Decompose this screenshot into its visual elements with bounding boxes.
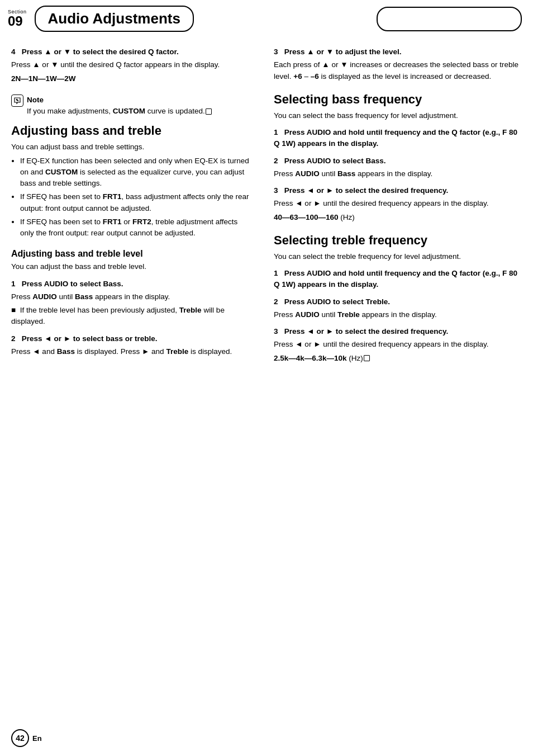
step4-heading: 4 Press ▲ or ▼ to select the desired Q f… xyxy=(11,46,251,58)
s4-step3-heading: 3 Press ◄ or ► to select the desired fre… xyxy=(274,326,522,337)
section4-intro: You can select the treble frequency for … xyxy=(274,251,522,262)
bullet-item-3: If SFEQ has been set to FRT1 or FRT2, tr… xyxy=(20,216,251,239)
page-title: Audio Adjustments xyxy=(48,10,180,27)
s4-step2-body: Press AUDIO until Treble appears in the … xyxy=(274,309,522,320)
s2-step2-body: Press ◄ and Bass is displayed. Press ► a… xyxy=(11,346,251,357)
page-footer: 42 En xyxy=(11,729,42,747)
r-step3-body: Each press of ▲ or ▼ increases or decrea… xyxy=(274,59,522,82)
bullet-item-2: If SFEQ has been set to FRT1, bass adjus… xyxy=(20,191,251,214)
main-content: 4 Press ▲ or ▼ to select the desired Q f… xyxy=(0,35,533,385)
s3-step3-heading: 3 Press ◄ or ► to select the desired fre… xyxy=(274,185,522,196)
section1-title: Adjusting bass and treble xyxy=(11,124,251,138)
section-number: 09 xyxy=(8,15,23,28)
right-column: 3 Press ▲ or ▼ to adjust the level. Each… xyxy=(263,41,522,374)
section1-intro: You can adjust bass and treble settings. xyxy=(11,141,251,153)
note-box: ✎ Note If you make adjustments, CUSTOM c… xyxy=(11,94,251,117)
stop-icon xyxy=(206,108,212,115)
page: Section 09 Audio Adjustments 4 Press ▲ o… xyxy=(0,0,533,756)
section-badge: Section 09 xyxy=(8,10,27,28)
page-number: 42 xyxy=(11,729,29,747)
s4-step3-sequence: 2.5k—4k—6.3k—10k (Hz) xyxy=(274,353,522,364)
s2-step1-body2: ■ If the treble level has been previousl… xyxy=(11,305,251,328)
page-header: Section 09 Audio Adjustments xyxy=(0,0,533,35)
language-label: En xyxy=(32,734,42,743)
treble-freq-section: Selecting treble frequency You can selec… xyxy=(274,233,522,364)
stop-icon-2 xyxy=(364,355,370,361)
r-step3-heading: 3 Press ▲ or ▼ to adjust the level. xyxy=(274,46,522,58)
adjusting-bass-treble-section: Adjusting bass and treble You can adjust… xyxy=(11,124,251,239)
s3-step1-heading: 1 Press AUDIO and hold until frequency a… xyxy=(274,127,522,150)
s4-step1-heading: 1 Press AUDIO and hold until frequency a… xyxy=(274,268,522,291)
section2-title: Adjusting bass and treble level xyxy=(11,249,251,259)
step4-block: 4 Press ▲ or ▼ to select the desired Q f… xyxy=(11,46,251,84)
title-box: Audio Adjustments xyxy=(35,6,194,32)
step4-body: Press ▲ or ▼ until the desired Q factor … xyxy=(11,59,251,70)
bass-freq-section: Selecting bass frequency You can select … xyxy=(274,92,522,223)
note-title: Note xyxy=(27,96,44,104)
header-right-box xyxy=(377,7,522,31)
section2-intro: You can adjust the bass and treble level… xyxy=(11,261,251,272)
section3-intro: You can select the bass frequency for le… xyxy=(274,110,522,121)
s2-step2-heading: 2 Press ◄ or ► to select bass or treble. xyxy=(11,333,251,344)
section4-title: Selecting treble frequency xyxy=(274,233,522,248)
section3-title: Selecting bass frequency xyxy=(274,92,522,107)
note-icon: ✎ xyxy=(11,94,23,107)
note-content: Note If you make adjustments, CUSTOM cur… xyxy=(27,94,212,117)
s2-step1-body1: Press AUDIO until Bass appears in the di… xyxy=(11,291,251,303)
r-step3-block: 3 Press ▲ or ▼ to adjust the level. Each… xyxy=(274,46,522,82)
bullet-list: If EQ-EX function has been selected and … xyxy=(20,155,251,239)
s3-step2-heading: 2 Press AUDIO to select Bass. xyxy=(274,155,522,167)
adjusting-level-section: Adjusting bass and treble level You can … xyxy=(11,249,251,357)
left-column: 4 Press ▲ or ▼ to select the desired Q f… xyxy=(11,41,263,374)
step4-sequence: 2N—1N—1W—2W xyxy=(11,73,251,84)
s2-step1-heading: 1 Press AUDIO to select Bass. xyxy=(11,278,251,290)
bullet-item-1: If EQ-EX function has been selected and … xyxy=(20,155,251,190)
note-body: If you make adjustments, CUSTOM curve is… xyxy=(27,107,212,115)
s4-step2-heading: 2 Press AUDIO to select Treble. xyxy=(274,296,522,308)
s3-step3-sequence: 40—63—100—160 (Hz) xyxy=(274,212,522,223)
s3-step3-body: Press ◄ or ► until the desired frequency… xyxy=(274,198,522,209)
s4-step3-body: Press ◄ or ► until the desired frequency… xyxy=(274,339,522,350)
svg-text:✎: ✎ xyxy=(16,98,19,102)
s3-step2-body: Press AUDIO until Bass appears in the di… xyxy=(274,168,522,179)
